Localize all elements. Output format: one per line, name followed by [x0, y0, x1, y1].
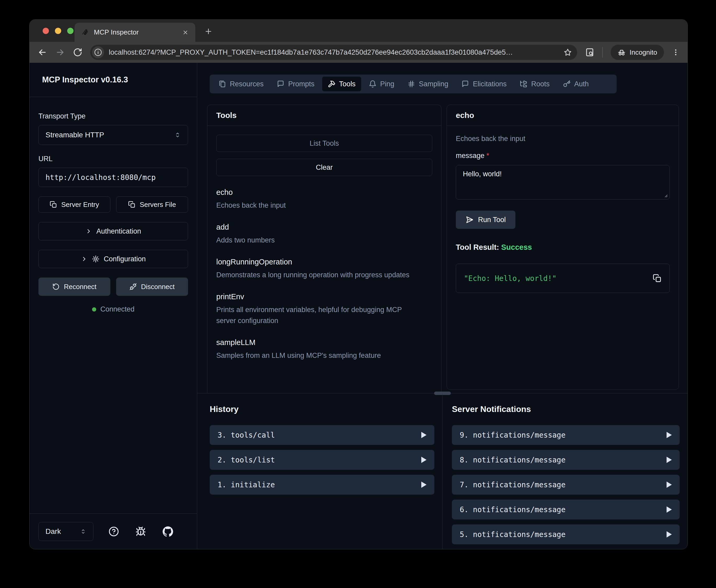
message-textarea[interactable]: Hello, world!	[456, 165, 670, 200]
history-row-label: 1. initialize	[218, 481, 275, 489]
tool-list-item[interactable]: sampleLLM Samples from an LLM using MCP'…	[216, 338, 432, 361]
reload-button[interactable]	[73, 48, 82, 57]
history-pane: History 3. tools/call 2. tools/list 1. i…	[197, 393, 442, 549]
help-icon[interactable]	[107, 525, 121, 538]
reconnect-button[interactable]: Reconnect	[39, 277, 110, 296]
tab-ping[interactable]: Ping	[363, 77, 400, 91]
tool-list-item[interactable]: add Adds two numbers	[216, 223, 432, 246]
history-row[interactable]: 1. initialize	[210, 475, 434, 495]
tool-name: printEnv	[216, 292, 432, 301]
chevrons-up-down-icon	[174, 131, 181, 139]
browser-window: MCP Inspector localhost:6274/?MCP_PROXY_…	[29, 19, 688, 549]
feature-tabs: Resources Prompts Tools Ping Sampling	[210, 75, 616, 93]
expand-play-icon	[667, 457, 672, 463]
history-row[interactable]: 3. tools/call	[210, 425, 434, 445]
notification-row[interactable]: 5. notifications/message	[452, 524, 680, 544]
notification-row[interactable]: 7. notifications/message	[452, 475, 680, 495]
required-marker: *	[486, 152, 489, 160]
chevron-right-icon	[81, 255, 88, 262]
new-tab-button[interactable]	[202, 25, 215, 38]
tab-sampling[interactable]: Sampling	[402, 77, 454, 91]
maximize-window-button[interactable]	[67, 28, 73, 34]
expand-play-icon	[421, 432, 427, 438]
tool-result-box: "Echo: Hello, world!"	[456, 264, 670, 293]
notification-row-label: 5. notifications/message	[460, 530, 566, 539]
folder-tree-icon	[520, 80, 527, 88]
tool-name: sampleLLM	[216, 338, 432, 347]
tab-close-icon[interactable]	[182, 29, 189, 36]
disconnect-label: Disconnect	[141, 283, 175, 291]
theme-select[interactable]: Dark	[39, 522, 93, 541]
configuration-toggle[interactable]: Configuration	[39, 250, 188, 268]
authentication-toggle[interactable]: Authentication	[39, 222, 188, 240]
expand-play-icon	[667, 482, 672, 488]
tool-name: echo	[216, 188, 432, 197]
list-tools-button[interactable]: List Tools	[216, 135, 432, 152]
tool-result-line: Tool Result: Success	[456, 243, 670, 252]
files-icon	[218, 80, 226, 88]
tool-name: add	[216, 223, 432, 231]
tool-result-value: "Echo: Hello, world!"	[464, 274, 653, 283]
main-area: Resources Prompts Tools Ping Sampling	[197, 63, 688, 549]
disconnect-button[interactable]: Disconnect	[116, 277, 188, 296]
tab-resources[interactable]: Resources	[213, 77, 269, 91]
toolbar-divider	[602, 47, 603, 58]
hammer-icon	[328, 80, 335, 88]
notification-row[interactable]: 8. notifications/message	[452, 450, 680, 470]
tab-roots[interactable]: Roots	[514, 77, 555, 91]
tool-list-item[interactable]: longRunningOperation Demonstrates a long…	[216, 258, 432, 280]
incognito-badge: Incognito	[611, 45, 664, 60]
resize-handle[interactable]	[663, 192, 668, 198]
chevrons-up-down-icon	[80, 528, 86, 534]
tab-auth[interactable]: Auth	[557, 77, 594, 91]
tab-elicitations[interactable]: Elicitations	[456, 77, 512, 91]
param-name: message	[456, 152, 484, 160]
close-window-button[interactable]	[43, 28, 49, 34]
github-icon[interactable]	[161, 525, 175, 538]
tab-prompts[interactable]: Prompts	[271, 77, 320, 91]
site-info-icon[interactable]	[92, 46, 104, 58]
run-tool-button[interactable]: Run Tool	[456, 211, 516, 229]
mcp-logo-icon	[81, 28, 89, 36]
clear-tools-button[interactable]: Clear	[216, 159, 432, 176]
servers-file-button[interactable]: Servers File	[116, 196, 188, 213]
tool-detail-title: echo	[447, 105, 679, 126]
tool-list-item[interactable]: echo Echoes back the input	[216, 188, 432, 211]
back-button[interactable]	[37, 47, 47, 57]
copy-result-button[interactable]	[653, 274, 661, 283]
incognito-icon	[617, 48, 626, 57]
transport-type-value: Streamable HTTP	[45, 131, 104, 139]
tool-result-status: Success	[501, 243, 532, 251]
copy-icon	[50, 201, 57, 208]
hash-icon	[407, 80, 415, 88]
sidebar-footer: Dark	[29, 513, 197, 549]
bookmark-star-icon[interactable]	[564, 48, 572, 57]
history-row[interactable]: 2. tools/list	[210, 450, 434, 470]
expand-play-icon	[421, 457, 427, 463]
server-notifications-pane: Server Notifications 9. notifications/me…	[442, 393, 688, 549]
notification-row-label: 7. notifications/message	[460, 481, 566, 489]
server-notifications-title: Server Notifications	[452, 404, 680, 414]
minimize-window-button[interactable]	[55, 28, 61, 34]
copy-icon	[128, 201, 135, 208]
browser-menu-icon[interactable]	[672, 48, 680, 56]
configuration-label: Configuration	[104, 255, 146, 263]
forward-button[interactable]	[55, 47, 65, 57]
server-url-input[interactable]: http://localhost:8080/mcp	[39, 168, 188, 187]
tools-panel: Tools List Tools Clear echo Echoes back …	[207, 105, 441, 393]
servers-file-label: Servers File	[139, 201, 176, 209]
notification-row[interactable]: 9. notifications/message	[452, 425, 680, 445]
search-tabs-icon[interactable]	[585, 48, 594, 57]
browser-tab[interactable]: MCP Inspector	[74, 23, 195, 42]
notification-row[interactable]: 6. notifications/message	[452, 500, 680, 520]
transport-type-select[interactable]: Streamable HTTP	[39, 125, 188, 145]
unplug-icon	[129, 283, 137, 290]
url-bar[interactable]: localhost:6274/?MCP_PROXY_AUTH_TOKEN=ec1…	[90, 45, 577, 60]
tool-list-item[interactable]: printEnv Prints all environment variable…	[216, 292, 432, 326]
tool-name: longRunningOperation	[216, 258, 432, 266]
server-entry-button[interactable]: Server Entry	[39, 196, 110, 213]
tab-tools[interactable]: Tools	[322, 77, 361, 91]
chat-bubble-icon	[461, 80, 469, 88]
send-icon	[465, 216, 473, 224]
bug-icon[interactable]	[134, 525, 148, 538]
